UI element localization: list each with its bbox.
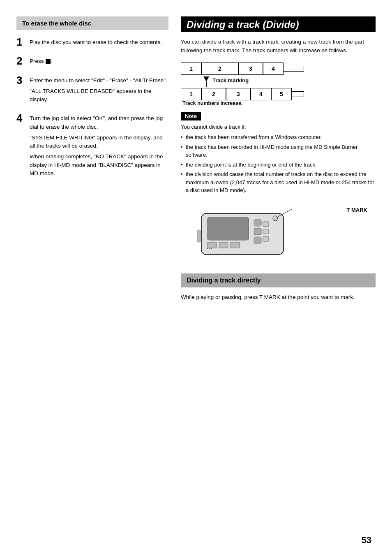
- note-item-2: the track has been recorded in Hi-MD mod…: [181, 143, 376, 159]
- step-3: 3 Enter the menu to select "Edit" - "Era…: [16, 75, 168, 107]
- step-number-4: 4: [16, 113, 25, 123]
- svg-rect-16: [197, 230, 201, 242]
- device-svg: [193, 205, 300, 263]
- note-list: the track has been transferred from a Wi…: [181, 133, 376, 194]
- note-intro-text: You cannot divide a track if:: [181, 123, 376, 131]
- track-numbers-label: Track numbers increase.: [181, 100, 376, 106]
- dividing-directly-section: Dividing a track directly While playing …: [181, 273, 376, 302]
- note-header: Note: [181, 112, 201, 120]
- page-container: To erase the whole disc 1 Play the disc …: [0, 0, 392, 558]
- page-number: 53: [362, 535, 371, 546]
- note-item-4: the division would cause the total numbe…: [181, 170, 376, 194]
- svg-rect-8: [208, 242, 217, 248]
- step-1-content: Play the disc you want to erase to check…: [30, 37, 162, 49]
- track-cell-1-2: 2: [201, 63, 238, 75]
- svg-rect-10: [231, 242, 240, 248]
- svg-rect-3: [254, 228, 261, 235]
- arrow-up-indicator: [203, 76, 209, 81]
- track-cell-2-4: 4: [251, 88, 271, 100]
- step-1: 1 Play the disc you want to erase to che…: [16, 37, 168, 49]
- track-cell-2-2: 2: [201, 88, 226, 100]
- svg-rect-5: [263, 222, 269, 227]
- svg-rect-7: [263, 236, 269, 241]
- right-column: Dividing a track (Divide) You can divide…: [181, 16, 376, 542]
- track-cell-2-3: 3: [226, 88, 251, 100]
- arrow-stem: [206, 81, 207, 87]
- step-2: 2 Press .: [16, 56, 168, 68]
- svg-rect-2: [254, 220, 261, 226]
- svg-line-12: [278, 209, 292, 217]
- step-list: 1 Play the disc you want to erase to che…: [16, 37, 168, 180]
- track-diagram: 1 2 3 4 Track marking 1 2 3 4 5: [181, 63, 376, 106]
- track-cell-1-3: 3: [238, 63, 263, 75]
- track-row-1: 1 2 3 4: [181, 63, 376, 75]
- step-number-2: 2: [16, 56, 25, 66]
- step-4-content: Turn the jog dial to select "OK", and th…: [30, 113, 168, 180]
- track-cell-2-empty: [292, 91, 304, 97]
- track-cell-2-1: 1: [181, 88, 201, 100]
- svg-rect-9: [219, 242, 228, 248]
- svg-rect-4: [254, 237, 261, 243]
- stop-icon: [46, 59, 51, 64]
- note-item-3: the dividing point is at the beginning o…: [181, 161, 376, 169]
- step-2-content: Press .: [30, 56, 53, 68]
- svg-point-13: [207, 248, 208, 249]
- dividing-directly-header: Dividing a track directly: [181, 273, 376, 287]
- dividing-intro: You can divide a track with a track mark…: [181, 38, 376, 55]
- step-4: 4 Turn the jog dial to select "OK", and …: [16, 113, 168, 180]
- dividing-directly-content: While playing or pausing, press T MARK a…: [181, 293, 376, 302]
- erase-disc-header: To erase the whole disc: [16, 16, 168, 30]
- step-number-1: 1: [16, 37, 25, 47]
- track-cell-1-empty: [284, 66, 304, 72]
- svg-point-14: [209, 248, 210, 249]
- step-3-content: Enter the menu to select "Edit" - "Erase…: [30, 75, 168, 107]
- svg-rect-6: [263, 229, 269, 234]
- device-diagram: T MARK: [181, 201, 376, 267]
- svg-point-11: [273, 216, 278, 221]
- dividing-title: Dividing a track (Divide): [181, 19, 376, 30]
- step-number-3: 3: [16, 75, 25, 86]
- track-marking-label: Track marking: [212, 76, 249, 83]
- t-mark-label: T MARK: [346, 207, 367, 213]
- svg-rect-1: [208, 218, 249, 240]
- track-row-2: 1 2 3 4 5: [181, 88, 376, 100]
- note-box: Note You cannot divide a track if: the t…: [181, 112, 376, 194]
- svg-point-15: [211, 248, 212, 249]
- track-cell-1-4: 4: [263, 63, 284, 75]
- dividing-title-bar: Dividing a track (Divide): [181, 16, 376, 32]
- track-cell-2-5: 5: [271, 88, 292, 100]
- track-cell-1-1: 1: [181, 63, 201, 75]
- note-item-1: the track has been transferred from a Wi…: [181, 133, 376, 141]
- left-column: To erase the whole disc 1 Play the disc …: [16, 16, 168, 542]
